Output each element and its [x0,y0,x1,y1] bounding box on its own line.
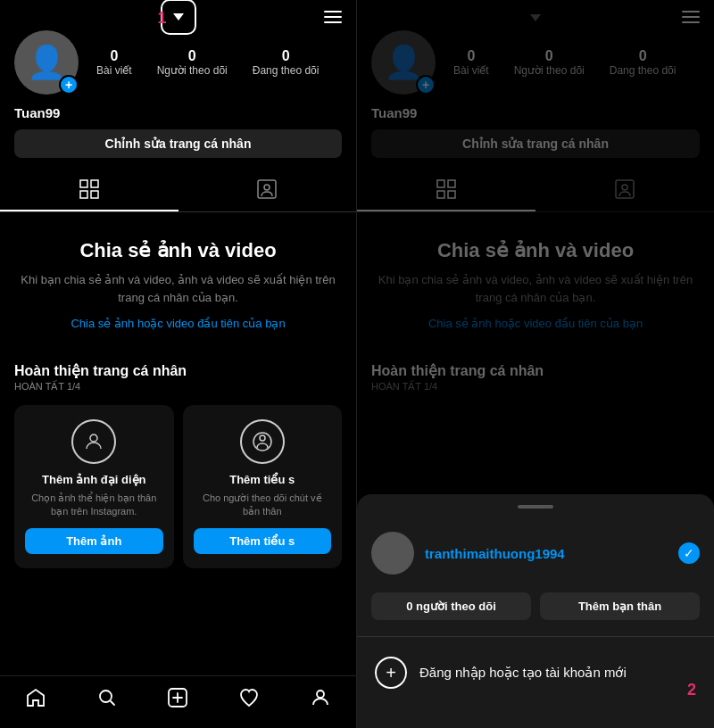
followers-count: 0 [188,48,196,64]
right-stats-row: 0 Bài viết 0 Người theo dõi 0 Dang theo … [453,48,700,77]
card-avatar-title: Thêm ảnh đại diện [42,473,145,486]
right-bg-content: 👤 + 0 Bài viết 0 Người theo dõi 0 [357,0,714,419]
sheet-followers-button[interactable]: 0 người theo dõi [371,592,531,620]
svg-rect-1 [91,180,98,187]
top-nav: 1 [0,0,356,30]
avatar-wrap: 👤 + [14,30,79,95]
posts-count: 0 [110,48,118,64]
sheet-account-username: tranthimaithuong1994 [425,546,668,561]
chevron-down-icon [173,13,184,21]
posts-label: Bài viết [96,64,132,77]
search-nav-button[interactable] [96,687,118,714]
right-top-nav [357,0,714,30]
svg-point-17 [622,185,627,190]
edit-profile-button[interactable]: Chỉnh sửa trang cá nhân [14,129,342,158]
card-bio-title: Thêm tiểu s [229,473,295,486]
followers-label: Người theo dõi [157,64,228,77]
person-tag-icon [257,179,277,199]
svg-point-5 [264,185,270,190]
content-section: Chia sẻ ảnh và video Khi bạn chia sẻ ảnh… [0,212,356,348]
right-content-title: Chia sẻ ảnh và video [375,239,696,262]
right-avatar-wrap: 👤 + [371,30,436,95]
svg-rect-3 [91,191,98,198]
stats-row: 0 Bài viết 0 Người theo dõi 0 Đang theo … [96,48,342,77]
svg-point-8 [260,435,265,441]
add-avatar-button[interactable]: + [59,75,79,95]
svg-rect-14 [437,191,444,198]
complete-profile-section: Hoàn thiện trang cá nhân HOÀN TẤT 1/4 Th… [0,348,356,583]
card-bio: Thêm tiểu s Cho người theo dõi chút về b… [183,405,343,568]
svg-point-6 [90,434,97,442]
right-edit-profile-button: Chỉnh sửa trang cá nhân [371,129,700,158]
right-following-count: 0 [639,48,647,64]
svg-rect-15 [448,191,455,198]
profile-row: 👤 + 0 Bài viết 0 Người theo dõi 0 Đang t… [14,30,342,95]
right-followers-stat: 0 Người theo dõi [514,48,585,77]
following-label: Đang theo dõi [253,64,320,77]
sheet-account-row[interactable]: tranthimaithuong1994 ✓ [357,523,714,583]
svg-point-11 [317,691,324,698]
sheet-best-friend-button[interactable]: Thêm bạn thân [540,592,700,620]
share-link[interactable]: Chia sẻ ảnh hoặc video đầu tiên của bạn [18,317,338,330]
complete-sub: HOÀN TẤT 1/4 [14,381,342,393]
right-username: Tuan99 [371,105,700,120]
heart-nav-button[interactable] [238,687,260,714]
svg-rect-2 [80,191,87,198]
complete-title: Hoàn thiện trang cá nhân [14,362,342,379]
right-menu-button [682,11,700,23]
right-posts-count: 0 [467,48,475,64]
person-icon: 👤 [27,44,67,81]
card-avatar: Thêm ảnh đại diện Chọn ảnh thể hiện bạn … [14,405,174,568]
tab-grid[interactable] [0,169,178,211]
left-phone-panel: 1 👤 + 0 Bài viết 0 Người t [0,0,357,728]
card-avatar-icon [71,419,116,464]
bottom-nav [0,675,356,728]
right-person-icon: 👤 [384,44,424,81]
right-content-desc: Khi bạn chia sẻ ảnh và video, ảnh và vid… [375,271,696,306]
svg-rect-4 [258,180,276,198]
svg-rect-0 [80,180,87,187]
card-avatar-desc: Chọn ảnh thể hiện bạn thân bạn trên Inst… [25,492,163,519]
right-followers-label: Người theo dõi [514,64,585,77]
add-photo-button[interactable]: Thêm ảnh [25,528,163,554]
sheet-actions: 0 người theo dõi Thêm bạn thân [357,583,714,629]
badge-1: 1 [157,9,166,28]
grid-icon [79,179,99,199]
right-complete-title: Hoàn thiện trang cá nhân [371,362,700,379]
tab-tagged[interactable] [178,169,357,211]
svg-point-9 [100,691,112,702]
home-nav-button[interactable] [25,687,46,714]
content-desc: Khi bạn chia sẻ ảnh và video, ảnh và vid… [18,271,338,306]
right-tabs [357,169,714,212]
right-following-stat: 0 Dang theo dõi [610,48,677,77]
right-profile-row: 👤 + 0 Bài viết 0 Người theo dõi 0 [371,30,700,95]
svg-rect-13 [448,180,455,187]
profile-nav-button[interactable] [310,687,331,714]
content-title: Chia sẻ ảnh và video [18,239,338,262]
right-add-avatar: + [416,75,436,95]
right-profile-section: 👤 + 0 Bài viết 0 Người theo dõi 0 [357,30,714,169]
posts-stat: 0 Bài viết [96,48,132,77]
sheet-new-account-row[interactable]: + Đăng nhập hoặc tạo tài khoản mới [357,644,714,701]
profile-section: 👤 + 0 Bài viết 0 Người theo dõi 0 Đang t… [0,30,356,169]
add-nav-button[interactable] [167,687,188,714]
right-share-link: Chia sẻ ảnh hoặc video đầu tiên của bạn [375,317,696,330]
following-count: 0 [282,48,290,64]
add-bio-button[interactable]: Thêm tiểu s [194,528,332,554]
following-stat: 0 Đang theo dõi [253,48,320,77]
cards-row: Thêm ảnh đại diện Chọn ảnh thể hiện bạn … [14,405,342,568]
right-tab-grid [357,169,536,211]
followers-stat: 0 Người theo dõi [157,48,228,77]
svg-rect-12 [437,180,444,187]
sheet-handle [518,505,553,509]
menu-button[interactable] [324,11,342,23]
sheet-plus-icon: + [375,657,407,689]
sheet-new-account-label: Đăng nhập hoặc tạo tài khoản mới [419,665,627,681]
right-posts-label: Bài viết [453,64,489,77]
account-switcher-sheet: tranthimaithuong1994 ✓ 0 người theo dõi … [357,494,714,728]
right-following-label: Dang theo dõi [610,64,677,77]
sheet-avatar [371,532,414,575]
svg-rect-16 [616,180,634,198]
sheet-divider [357,636,714,637]
card-bio-desc: Cho người theo dõi chút về bản thân [194,492,332,519]
